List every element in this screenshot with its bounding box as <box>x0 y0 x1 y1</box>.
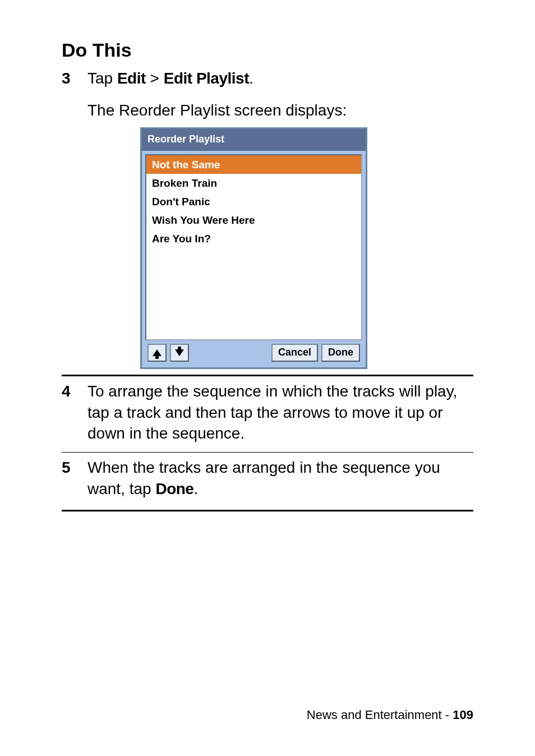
move-down-button[interactable] <box>170 344 189 362</box>
footer-section: News and Entertainment <box>307 708 442 722</box>
step-3-edit-playlist: Edit Playlist <box>164 70 249 87</box>
step-4: 4 To arrange the sequence in which the t… <box>62 379 473 449</box>
footer-sep: - <box>442 708 453 722</box>
done-button[interactable]: Done <box>321 344 360 362</box>
step-4-number: 4 <box>62 381 87 444</box>
playlist-listbox[interactable]: Not the Same Broken Train Don't Panic Wi… <box>145 154 362 340</box>
step-5-suffix: . <box>193 480 198 497</box>
list-item[interactable]: Don't Panic <box>146 192 361 211</box>
list-item[interactable]: Wish You Were Here <box>146 211 361 229</box>
move-up-button[interactable] <box>147 344 167 362</box>
step-3-subtext: The Reorder Playlist screen displays: <box>87 102 473 119</box>
list-item[interactable]: Are You In? <box>146 229 361 248</box>
heading-do-this: Do This <box>62 39 473 61</box>
divider <box>62 510 473 511</box>
window-body: Not the Same Broken Train Don't Panic Wi… <box>145 154 362 364</box>
page-footer: News and Entertainment - 109 <box>307 708 473 722</box>
step-5-number: 5 <box>62 457 87 500</box>
reorder-playlist-window: Reorder Playlist Not the Same Broken Tra… <box>140 127 367 369</box>
step-3-mid: > <box>146 70 164 87</box>
step-3-body: Tap Edit > Edit Playlist. <box>87 68 473 89</box>
controls-bar: Cancel Done <box>145 340 362 364</box>
step-3-suffix: . <box>249 70 253 87</box>
arrow-up-icon <box>153 349 162 356</box>
step-3-number: 3 <box>62 68 87 89</box>
step-5: 5 When the tracks are arranged in the se… <box>62 455 473 504</box>
step-5-body: When the tracks are arranged in the sequ… <box>87 457 473 500</box>
page: Do This 3 Tap Edit > Edit Playlist. The … <box>0 0 535 756</box>
step-3-prefix: Tap <box>87 70 117 87</box>
step-5-prefix: When the tracks are arranged in the sequ… <box>87 459 440 497</box>
cancel-button[interactable]: Cancel <box>271 344 318 362</box>
list-item[interactable]: Broken Train <box>146 174 361 192</box>
step-4-body: To arrange the sequence in which the tra… <box>87 381 473 444</box>
step-3: 3 Tap Edit > Edit Playlist. <box>62 66 473 94</box>
reorder-playlist-screenshot: Reorder Playlist Not the Same Broken Tra… <box>140 127 367 369</box>
divider <box>62 452 473 453</box>
divider <box>62 375 473 376</box>
window-title: Reorder Playlist <box>142 129 366 151</box>
step-3-edit: Edit <box>117 70 146 87</box>
step-5-done: Done <box>155 480 193 497</box>
list-item[interactable]: Not the Same <box>146 155 361 174</box>
footer-page-number: 109 <box>453 708 473 722</box>
arrow-down-icon <box>175 349 184 356</box>
